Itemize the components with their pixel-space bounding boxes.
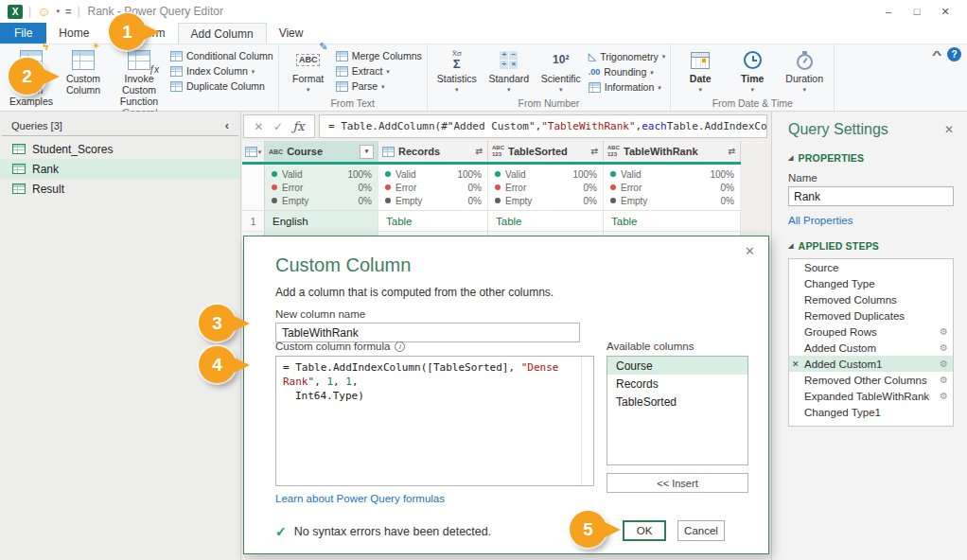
tab-add-column[interactable]: Add Column <box>178 23 267 44</box>
formula-input[interactable]: = Table.AddColumn(#"Added Custom", "Tabl… <box>319 114 767 138</box>
custom-column-dialog: ✕ Custom Column Add a column that is com… <box>243 236 769 554</box>
cell-tablewithrank[interactable]: Table <box>604 211 741 231</box>
titlebar-separator: | <box>77 5 79 18</box>
parse-button[interactable]: Parse ▾ <box>336 80 422 92</box>
tab-view[interactable]: View <box>267 23 316 44</box>
close-button[interactable]: ✕ <box>931 2 959 21</box>
applied-steps-list: Source Changed Type Removed Columns Remo… <box>788 258 954 427</box>
ok-button[interactable]: OK <box>623 520 666 541</box>
row-number[interactable]: 1 <box>242 211 265 231</box>
feedback-smiley-icon[interactable]: ☺ <box>37 5 50 18</box>
gear-icon[interactable]: ⚙ <box>940 342 948 353</box>
collapse-pane-icon[interactable]: ‹ <box>225 118 229 132</box>
fx-icon[interactable]: ƒx <box>293 119 305 133</box>
extract-button[interactable]: Extract ▾ <box>336 65 422 77</box>
minimize-button[interactable]: – <box>874 2 903 21</box>
available-column-course[interactable]: Course <box>607 357 747 375</box>
close-icon[interactable]: ✕ <box>944 123 954 136</box>
information-button[interactable]: Information ▾ <box>589 81 665 93</box>
tab-file[interactable]: File <box>0 23 46 44</box>
expand-column-icon[interactable]: ⇄ <box>589 146 599 157</box>
merge-columns-button[interactable]: Merge Columns <box>336 50 422 61</box>
properties-header[interactable]: ◢ PROPERTIES <box>788 152 954 164</box>
all-properties-link[interactable]: All Properties <box>788 215 954 226</box>
expand-column-icon[interactable]: ⇄ <box>474 146 484 157</box>
chevron-down-icon: ▾ <box>381 83 385 91</box>
gear-icon[interactable]: ⚙ <box>940 375 948 385</box>
chevron-down-icon: ▾ <box>750 86 754 94</box>
applied-step-removed-other-columns[interactable]: Removed Other Columns⚙ <box>789 372 953 388</box>
group-label-from-datetime: From Date & Time <box>676 97 829 111</box>
rounding-button[interactable]: .00 Rounding ▾ <box>589 66 665 78</box>
custom-column-button[interactable]: ☀ Custom Column <box>59 44 108 96</box>
applied-step-source[interactable]: Source <box>789 259 953 275</box>
chevron-down-icon: ▾ <box>258 149 262 156</box>
statistics-button[interactable]: X̄σΣ Statistics ▾ <box>432 44 482 94</box>
cell-tablesorted[interactable]: Table <box>488 211 604 231</box>
query-item-result[interactable]: Result <box>0 179 240 199</box>
collapse-ribbon-icon[interactable]: ^ <box>932 49 941 61</box>
applied-step-grouped-rows[interactable]: Grouped Rows⚙ <box>789 324 953 340</box>
index-column-button[interactable]: Index Column ▾ <box>170 65 273 77</box>
text-type-icon: ABC <box>269 149 283 155</box>
applied-step-removed-duplicates[interactable]: Removed Duplicates <box>789 307 953 324</box>
gear-icon[interactable]: ⚙ <box>940 359 948 369</box>
expand-column-icon[interactable]: ⇄ <box>727 146 736 157</box>
conditional-column-button[interactable]: Conditional Column <box>170 50 273 61</box>
formula-accept-icon[interactable]: ✓ <box>273 120 283 133</box>
insert-button[interactable]: << Insert <box>607 473 748 493</box>
error-dot-icon <box>385 184 391 190</box>
query-name-input[interactable] <box>788 186 954 206</box>
cancel-button[interactable]: Cancel <box>677 520 725 541</box>
standard-button[interactable]: +−÷× Standard ▾ <box>484 44 534 94</box>
applied-steps-header[interactable]: ◢ APPLIED STEPS <box>788 240 954 252</box>
applied-step-removed-columns[interactable]: Removed Columns <box>789 291 953 307</box>
learn-link[interactable]: Learn about Power Query formulas <box>275 493 445 504</box>
close-icon[interactable]: ✕ <box>745 244 755 258</box>
cell-course[interactable]: English <box>265 211 378 231</box>
grid-corner-cell[interactable]: ▾ <box>242 141 265 162</box>
formula-cancel-icon[interactable]: ✕ <box>254 120 263 133</box>
new-column-name-input[interactable] <box>275 323 580 342</box>
applied-step-expanded-tablewithrank[interactable]: Expanded TableWithRank⚙ <box>789 388 953 404</box>
maximize-button[interactable]: □ <box>903 2 931 21</box>
info-icon[interactable]: i <box>395 341 405 352</box>
query-item-student-scores[interactable]: Student_Scores <box>0 139 240 159</box>
custom-formula-editor[interactable]: = Table.AddIndexColumn([TableSorted], "D… <box>275 356 594 486</box>
available-column-tablesorted[interactable]: TableSorted <box>607 393 747 411</box>
collapse-triangle-icon: ◢ <box>788 242 794 250</box>
feedback-dropdown-icon[interactable]: ▾ <box>56 8 60 15</box>
filter-icon[interactable]: ▾ <box>360 145 374 159</box>
chevron-down-icon: ▾ <box>650 69 654 77</box>
clock-icon <box>744 51 762 69</box>
duplicate-column-button[interactable]: Duplicate Column <box>170 80 273 92</box>
applied-step-changed-type[interactable]: Changed Type <box>789 275 953 291</box>
date-button[interactable]: Date ▾ <box>676 44 725 94</box>
cell-records[interactable]: Table <box>378 211 488 231</box>
table-icon <box>12 184 26 194</box>
invoke-custom-function-button[interactable]: ƒx Invoke Custom Function <box>111 44 167 107</box>
trigonometry-button[interactable]: ◺ Trigonometry ▾ <box>589 50 665 62</box>
valid-dot-icon <box>495 171 501 177</box>
applied-step-added-custom1[interactable]: ✕Added Custom1⚙ <box>789 356 953 372</box>
quick-access-toolbar-icon[interactable]: = <box>65 6 71 17</box>
applied-step-changed-type1[interactable]: Changed Type1 <box>789 404 953 420</box>
available-column-records[interactable]: Records <box>607 375 747 393</box>
query-item-rank[interactable]: Rank <box>0 159 240 179</box>
format-button[interactable]: ABC✎ Format ▾ <box>284 44 333 94</box>
chevron-down-icon: ▾ <box>307 86 310 94</box>
time-button[interactable]: Time ▾ <box>728 44 777 94</box>
valid-dot-icon <box>385 171 391 177</box>
gear-icon[interactable]: ⚙ <box>940 326 948 337</box>
window-title: Rank - Power Query Editor <box>88 5 223 18</box>
column-header-tablesorted[interactable]: ABC123 TableSorted ⇄ <box>488 141 604 162</box>
column-header-tablewithrank[interactable]: ABC123 TableWithRank ⇄ <box>604 141 741 162</box>
delete-step-icon[interactable]: ✕ <box>792 359 804 369</box>
duration-button[interactable]: Duration ▾ <box>780 44 829 94</box>
applied-step-added-custom[interactable]: Added Custom⚙ <box>789 340 953 356</box>
scientific-button[interactable]: 10² Scientific ▾ <box>536 44 586 94</box>
gear-icon[interactable]: ⚙ <box>940 391 948 401</box>
column-header-records[interactable]: Records ⇄ <box>378 141 488 162</box>
help-icon[interactable]: ? <box>947 47 961 61</box>
column-header-course[interactable]: ABC Course ▾ <box>265 141 378 162</box>
